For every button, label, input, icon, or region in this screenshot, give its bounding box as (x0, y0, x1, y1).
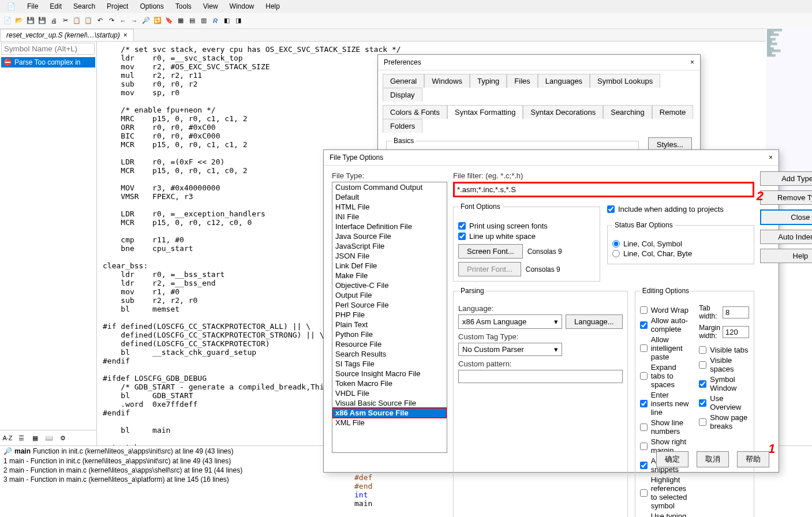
tool-more2-icon[interactable]: ◨ (233, 16, 244, 26)
list-item[interactable]: VHDL File (332, 388, 447, 398)
list-item[interactable]: INI File (332, 212, 447, 222)
language-select[interactable]: x86 Asm Language▾ (458, 314, 562, 329)
chk-edit-option[interactable]: Show line numbers (640, 418, 693, 436)
menu-options[interactable]: Options (135, 1, 168, 12)
pref-tab-folders[interactable]: Folders (383, 119, 422, 133)
list-item[interactable]: Objective-C File (332, 280, 447, 290)
list-item[interactable]: Resource File (332, 339, 447, 349)
file-filter-input[interactable] (453, 182, 754, 197)
menu-project[interactable]: Project (102, 1, 133, 12)
chk-edit-option[interactable]: Symbol Window (699, 375, 749, 392)
gear-icon[interactable]: ⚙ (58, 433, 68, 443)
list-item[interactable]: SI Tags File (332, 359, 447, 369)
tool-saveall-icon[interactable]: 💾 (37, 16, 47, 26)
list-item[interactable]: Search Results (332, 349, 447, 359)
tool-layout2-icon[interactable]: ▤ (187, 16, 197, 26)
chk-edit-option[interactable]: Use typing shortcuts for parentheses and… (640, 512, 693, 517)
tree-icon[interactable]: ☰ (16, 433, 27, 443)
pref-tab-syntax-formatting[interactable]: Syntax Formatting (447, 105, 523, 119)
help-button[interactable]: Help (760, 249, 812, 263)
menu-help[interactable]: Help (261, 1, 285, 12)
tool-find-icon[interactable]: 🔎 (141, 16, 151, 26)
list-item[interactable]: PHP File (332, 310, 447, 320)
chk-edit-option[interactable]: Allow auto-complete (640, 316, 693, 334)
tool-paste-icon[interactable]: 📋 (83, 16, 93, 26)
close-icon[interactable]: × (690, 58, 694, 66)
tool-redo-icon[interactable]: ↷ (106, 16, 117, 26)
menu-edit[interactable]: Edit (45, 1, 66, 12)
chk-include-projects[interactable]: Include when adding to projects (607, 205, 754, 213)
custom-tag-select[interactable]: No Custom Parser▾ (458, 343, 562, 356)
tool-open-icon[interactable]: 📂 (14, 16, 24, 26)
list-item[interactable]: Token Macro File (332, 379, 447, 388)
chk-lineup-whitespace[interactable]: Line up white space (458, 232, 595, 241)
tool-back-icon[interactable]: ← (118, 16, 128, 26)
pref-tab-typing[interactable]: Typing (470, 74, 507, 88)
remove-type-button[interactable]: Remove Type (760, 190, 812, 205)
list-item[interactable]: Python File (332, 329, 447, 339)
auto-indent-button[interactable]: Auto Indent... (760, 230, 812, 244)
radio-line-col-symbol[interactable]: Line, Col, Symbol (612, 239, 749, 248)
tool-layout3-icon[interactable]: ▥ (199, 16, 209, 26)
chk-edit-option[interactable]: Expand tabs to spaces (640, 363, 693, 389)
menu-file[interactable]: File (23, 1, 43, 12)
list-item[interactable]: Java Source File (332, 231, 447, 241)
pref-tab-symbol-lookups[interactable]: Symbol Lookups (590, 74, 660, 88)
chk-edit-option[interactable]: Highlight references to selected symbol (640, 475, 693, 510)
pref-tab-colors[interactable]: Colors & Fonts (383, 105, 447, 119)
menu-search[interactable]: Search (69, 1, 100, 12)
pref-tab-general[interactable]: General (383, 74, 424, 88)
list-item[interactable]: Default (332, 192, 447, 202)
cancel-button[interactable]: 取消 (697, 451, 729, 467)
close-icon[interactable]: × (769, 153, 773, 162)
screen-font-button[interactable]: Screen Font... (458, 244, 523, 258)
ok-button[interactable]: 确定 (656, 451, 688, 467)
pref-tab-files[interactable]: Files (507, 74, 537, 88)
list-item[interactable]: Visual Basic Source File (332, 398, 447, 408)
tab-close-icon[interactable]: × (124, 31, 128, 39)
close-button[interactable]: Close (760, 209, 812, 225)
menu-tools[interactable]: Tools (171, 1, 196, 12)
tool-bookmark-icon[interactable]: 🔖 (164, 16, 174, 26)
chk-edit-option[interactable]: Visible spaces (699, 356, 749, 373)
tab-file[interactable]: reset_vector_up.S (kernel\…\startup) × (0, 29, 134, 41)
radio-line-col-char-byte[interactable]: Line, Col, Char, Byte (612, 249, 749, 258)
list-item[interactable]: Make File (332, 271, 447, 280)
add-type-button[interactable]: Add Type... (760, 171, 812, 186)
sort-az-icon[interactable]: A·Z (2, 433, 13, 443)
help-bottom-button[interactable]: 帮助 (737, 451, 769, 467)
language-button[interactable]: Language... (566, 314, 623, 329)
pref-tab-windows[interactable]: Windows (424, 74, 470, 88)
tab-width-input[interactable] (723, 306, 749, 319)
chk-edit-option[interactable]: Word Wrap (640, 306, 693, 314)
pref-tab-languages[interactable]: Languages (538, 74, 590, 88)
pref-tab-remote[interactable]: Remote (652, 105, 694, 119)
list-item[interactable]: Custom Command Output (332, 182, 447, 192)
tool-save-icon[interactable]: 💾 (25, 16, 36, 26)
tool-copy-icon[interactable]: 📋 (72, 16, 82, 26)
pref-tab-display[interactable]: Display (383, 88, 422, 102)
menu-view[interactable]: View (199, 1, 223, 12)
list-item[interactable]: Interface Definition File (332, 222, 447, 231)
tool-r-icon[interactable]: R (210, 16, 220, 26)
list-item[interactable]: JavaScript File (332, 241, 447, 251)
chk-edit-option[interactable]: Allow intelligent paste (640, 335, 693, 361)
find-icon[interactable]: 🔎 (3, 447, 12, 455)
pref-tab-searching[interactable]: Searching (603, 105, 652, 119)
chk-edit-option[interactable]: Use Overview (699, 394, 749, 411)
printer-font-button[interactable]: Printer Font... (458, 262, 521, 276)
list-item[interactable]: JSON File (332, 251, 447, 261)
chk-edit-option[interactable]: Enter inserts new line (640, 391, 693, 417)
tool-cut-icon[interactable]: ✂ (60, 16, 70, 26)
book-icon[interactable]: 📖 (44, 433, 54, 443)
parse-error[interactable]: ⛔ Parse Too complex in (1, 57, 95, 68)
list-item[interactable]: XML File (332, 418, 447, 428)
list-item[interactable]: Plain Text (332, 320, 447, 329)
tool-new-icon[interactable]: 📄 (2, 16, 13, 26)
tool-fwd-icon[interactable]: → (129, 16, 140, 26)
chk-edit-option[interactable]: Show page breaks (699, 413, 749, 430)
menu-window[interactable]: Window (225, 1, 259, 12)
tool-more1-icon[interactable]: ◧ (222, 16, 232, 26)
file-type-list[interactable]: Custom Command OutputDefaultHTML FileINI… (332, 182, 447, 453)
list-item[interactable]: x86 Asm Source File (332, 408, 447, 418)
